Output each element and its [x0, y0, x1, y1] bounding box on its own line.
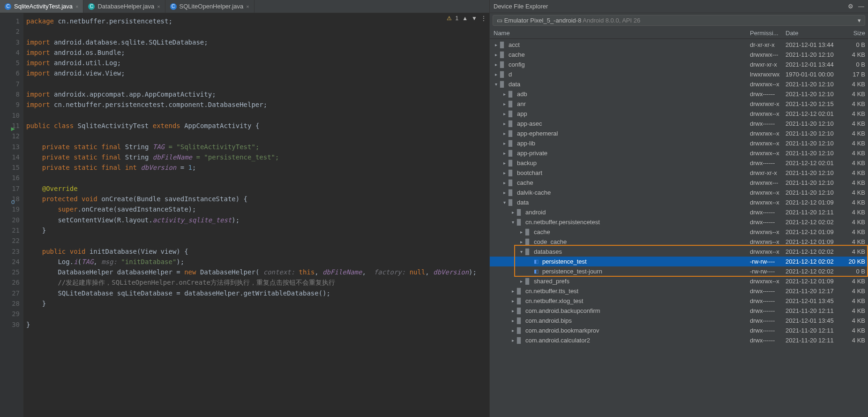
run-icon[interactable]: ▶ [8, 123, 15, 130]
size: 0 B [842, 41, 865, 48]
col-permissions[interactable]: Permissi... [750, 30, 786, 37]
folder-row[interactable]: ▸▉acctdr-xr-xr-x2021-12-01 13:440 B [490, 40, 868, 50]
chevron-icon[interactable]: ▸ [510, 318, 515, 323]
phone-icon: ▭ [497, 17, 502, 24]
chevron-icon[interactable]: ▸ [502, 111, 507, 116]
folder-row[interactable]: ▸▉cachedrwxrwx---2021-11-20 12:104 KB [490, 178, 868, 188]
folder-row[interactable]: ▸▉androiddrwx------2021-11-20 12:114 KB [490, 207, 868, 217]
folder-row[interactable]: ▸▉cachedrwxrws--x2021-12-12 01:094 KB [490, 227, 868, 237]
file-type-icon: C [170, 3, 177, 10]
chevron-icon[interactable]: ▸ [502, 160, 507, 166]
chevron-icon[interactable]: ▾ [519, 249, 524, 254]
chevron-icon[interactable]: ▸ [502, 190, 507, 195]
tab-sqliteactivitytest-java[interactable]: CSqliteActivityTest.java× [0, 0, 83, 13]
col-name[interactable]: Name [494, 30, 750, 37]
folder-row[interactable]: ▸▉dlrwxrwxrwx1970-01-01 00:0017 B [490, 69, 868, 79]
gear-icon[interactable]: ⚙ [848, 3, 853, 10]
chevron-icon[interactable]: ▸ [494, 72, 498, 77]
line-number: 9 [0, 99, 20, 110]
folder-row[interactable]: ▸▉com.android.bipsdrwx------2021-12-01 1… [490, 316, 868, 326]
tab-sqliteopenhelper-java[interactable]: CSQLiteOpenHelper.java× [165, 0, 254, 13]
chevron-icon[interactable]: ▸ [510, 288, 515, 294]
date: 2021-11-20 12:10 [786, 91, 842, 98]
file-row[interactable]: ◧persistence_test-rw-rw----2021-12-12 02… [490, 257, 868, 266]
inspection-status[interactable]: ⚠ 1 ▲ ▼ ⋮ [447, 15, 486, 22]
folder-row[interactable]: ▸▉cn.netbuffer.xlog_testdrwx------2021-1… [490, 296, 868, 306]
col-size[interactable]: Size [842, 30, 865, 37]
chevron-icon[interactable]: ▸ [494, 62, 498, 67]
folder-row[interactable]: ▸▉app-privatedrwxrwx--x2021-11-20 12:104… [490, 148, 868, 158]
folder-row[interactable]: ▸▉cn.netbuffer.tts_testdrwx------2021-11… [490, 286, 868, 296]
date: 2021-11-20 12:10 [786, 189, 842, 196]
chevron-icon[interactable]: ▸ [510, 338, 515, 343]
line-number: 10 [0, 110, 20, 121]
date: 2021-11-20 12:10 [786, 169, 842, 176]
folder-row[interactable]: ▸▉shared_prefsdrwxrwx--x2021-12-12 01:09… [490, 276, 868, 286]
folder-row[interactable]: ▸▉cachedrwxrwx---2021-11-20 12:104 KB [490, 50, 868, 60]
close-icon[interactable]: × [75, 4, 78, 9]
chevron-icon[interactable]: ▸ [510, 328, 515, 333]
chevron-icon[interactable]: ▸ [510, 298, 515, 303]
folder-row[interactable]: ▸▉appdrwxrwx--x2021-12-12 02:014 KB [490, 109, 868, 119]
chevron-icon[interactable]: ▸ [502, 131, 507, 136]
folder-row[interactable]: ▸▉app-ephemeraldrwxrwx--x2021-11-20 12:1… [490, 129, 868, 138]
folder-row[interactable]: ▾▉cn.netbuffer.persistencetestdrwx------… [490, 217, 868, 227]
date: 2021-12-01 13:44 [786, 61, 842, 68]
override-icon[interactable]: o [8, 197, 15, 203]
line-number: 19 [0, 204, 20, 214]
folder-row[interactable]: ▸▉code_cachedrwxrws--x2021-12-12 01:094 … [490, 237, 868, 247]
folder-row[interactable]: ▸▉bootchartdrwxr-xr-x2021-11-20 12:104 K… [490, 168, 868, 178]
file-name: bootchart [517, 169, 542, 176]
chevron-icon[interactable]: ▸ [502, 141, 507, 146]
chevron-icon[interactable]: ▸ [502, 91, 507, 97]
chevron-icon[interactable]: ▸ [494, 52, 498, 57]
chevron-up-icon[interactable]: ▲ [462, 15, 468, 22]
minimize-icon[interactable]: — [858, 3, 864, 10]
chevron-icon[interactable]: ▾ [494, 82, 498, 87]
folder-row[interactable]: ▸▉app-libdrwxrwx--x2021-11-20 12:104 KB [490, 138, 868, 148]
chevron-icon[interactable]: ▸ [502, 180, 507, 185]
chevron-icon[interactable]: ▾ [510, 220, 515, 225]
chevron-icon[interactable]: ▸ [510, 308, 515, 313]
device-selector[interactable]: ▭ Emulator Pixel_5_-android-8 Android 8.… [493, 15, 865, 26]
chevron-down-icon[interactable]: ▼ [471, 15, 477, 22]
chevron-icon[interactable]: ▸ [510, 210, 515, 215]
chevron-icon[interactable]: ▸ [502, 170, 507, 175]
chevron-icon[interactable]: ▸ [519, 239, 524, 244]
permissions: drwxrwxr-x [750, 100, 786, 107]
folder-row[interactable]: ▾▉databasesdrwxrwx--x2021-12-12 02:024 K… [490, 247, 868, 257]
more-icon[interactable]: ⋮ [481, 15, 486, 22]
close-icon[interactable]: × [157, 4, 160, 9]
folder-row[interactable]: ▸▉com.android.backupconfirmdrwx------202… [490, 306, 868, 316]
folder-row[interactable]: ▾▉datadrwxrwx--x2021-11-20 12:104 KB [490, 79, 868, 89]
chevron-icon[interactable] [527, 259, 532, 264]
file-name: cache [534, 228, 550, 235]
folder-row[interactable]: ▸▉com.android.calculator2drwx------2021-… [490, 335, 868, 345]
chevron-icon[interactable]: ▸ [519, 229, 524, 235]
folder-row[interactable]: ▾▉datadrwxrwx--x2021-12-12 01:094 KB [490, 197, 868, 207]
tab-databasehelper-java[interactable]: CDatabaseHelper.java× [83, 0, 165, 13]
chevron-icon[interactable] [527, 269, 532, 274]
folder-row[interactable]: ▸▉backupdrwx------2021-12-12 02:014 KB [490, 158, 868, 168]
folder-row[interactable]: ▸▉com.android.bookmarkprovdrwx------2021… [490, 326, 868, 335]
col-date[interactable]: Date [786, 30, 842, 37]
file-tree[interactable]: ▸▉acctdr-xr-xr-x2021-12-01 13:440 B▸▉cac… [490, 39, 868, 417]
chevron-icon[interactable]: ▸ [502, 101, 507, 106]
chevron-icon[interactable]: ▸ [502, 121, 507, 126]
code-area[interactable]: package cn.netbuffer.persistencetest; im… [23, 13, 489, 417]
date: 2021-12-12 01:09 [786, 238, 842, 245]
chevron-icon[interactable]: ▸ [494, 42, 498, 47]
chevron-icon[interactable]: ▸ [519, 279, 524, 284]
folder-row[interactable]: ▸▉app-asecdrwx------2021-11-20 12:104 KB [490, 119, 868, 129]
close-icon[interactable]: × [246, 4, 249, 9]
size: 4 KB [842, 199, 865, 206]
folder-row[interactable]: ▸▉anrdrwxrwxr-x2021-11-20 12:154 KB [490, 99, 868, 109]
chevron-icon[interactable]: ▸ [502, 151, 507, 156]
chevron-icon[interactable]: ▾ [502, 200, 507, 205]
line-number-gutter[interactable]: ▶ o 123456789101112131415161718192021222… [0, 13, 23, 417]
file-row[interactable]: ◧persistence_test-journ-rw-rw----2021-12… [490, 266, 868, 276]
folder-row[interactable]: ▸▉configdrwxr-xr-x2021-12-01 13:440 B [490, 60, 868, 69]
folder-row[interactable]: ▸▉dalvik-cachedrwxrwx--x2021-11-20 12:10… [490, 188, 868, 197]
date: 2021-11-20 12:11 [786, 327, 842, 334]
folder-row[interactable]: ▸▉adbdrwx------2021-11-20 12:104 KB [490, 89, 868, 99]
